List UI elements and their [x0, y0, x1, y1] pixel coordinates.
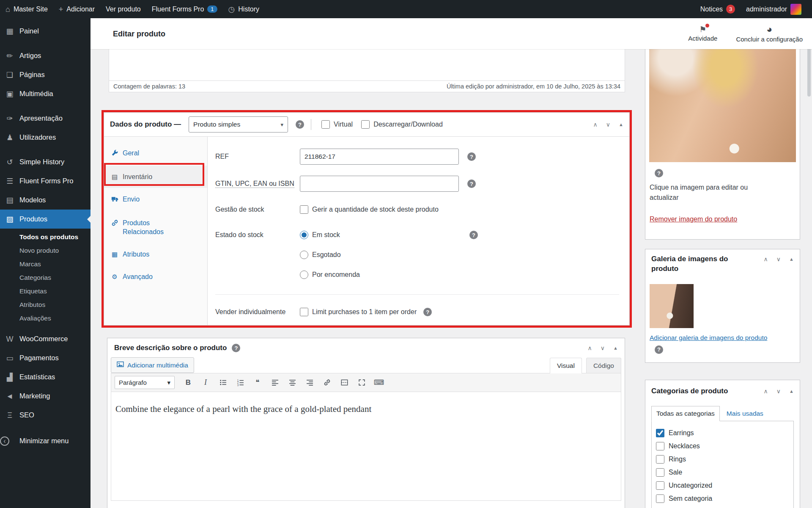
submenu-novo-produto[interactable]: Novo produto	[0, 244, 91, 257]
category-sale-checkbox[interactable]	[656, 468, 664, 477]
link-icon-button[interactable]	[319, 376, 335, 389]
stock-out-radio[interactable]	[300, 251, 308, 259]
submenu-categorias[interactable]: Categorias	[0, 271, 91, 284]
sidebar-item-apresentacao[interactable]: ✑ Apresentação	[0, 109, 91, 128]
tab-all-categories[interactable]: Todas as categorias	[651, 406, 720, 421]
stock-out-option[interactable]: Esgotado	[300, 251, 360, 259]
submenu-marcas[interactable]: Marcas	[0, 257, 91, 271]
sidebar-item-marketing[interactable]: ◄ Marketing	[0, 387, 91, 406]
category-uncategorized[interactable]: Uncategorized	[656, 479, 789, 492]
numbered-list-icon-button[interactable]: 123	[232, 376, 248, 389]
fullscreen-icon-button[interactable]	[354, 376, 370, 389]
move-down-icon[interactable]: ∨	[601, 345, 605, 351]
remove-image-link[interactable]: Remover imagem do produto	[650, 215, 737, 223]
stock-management-checkbox[interactable]	[300, 205, 308, 214]
move-down-icon[interactable]: ∨	[606, 121, 610, 127]
gallery-help-icon[interactable]: ?	[655, 345, 663, 354]
sidebar-item-pagamentos[interactable]: ▭ Pagamentos	[0, 348, 91, 367]
product-image[interactable]	[649, 49, 796, 162]
add-media-button[interactable]: Adicionar multimédia	[111, 357, 194, 373]
tab-codigo[interactable]: Código	[586, 358, 621, 373]
description-editor-content[interactable]	[109, 49, 625, 80]
category-sale[interactable]: Sale	[656, 466, 789, 479]
bold-icon-button[interactable]: B	[180, 376, 196, 389]
toggle-panel-icon[interactable]: ▲	[789, 257, 794, 262]
align-left-icon-button[interactable]	[267, 376, 283, 389]
submenu-etiquetas[interactable]: Etiquetas	[0, 284, 91, 298]
category-necklaces[interactable]: Necklaces	[656, 439, 789, 453]
sidebar-item-estatisticas[interactable]: ▟ Estatísticas	[0, 367, 91, 387]
toggle-panel-icon[interactable]: ▲	[619, 122, 623, 127]
paragraph-style-select[interactable]: Parágrafo ▾	[115, 376, 175, 389]
stock-management-checkbox-label[interactable]: Gerir a quantidade de stock deste produt…	[300, 205, 439, 214]
admin-bar-notices[interactable]: Notices 3	[695, 0, 741, 18]
finish-setup-button[interactable]: ◕ Concluir a configuração	[736, 25, 803, 43]
sell-individually-checkbox[interactable]	[300, 308, 308, 316]
tab-geral[interactable]: Geral	[104, 142, 207, 166]
toggle-panel-icon[interactable]: ▲	[789, 389, 794, 394]
align-center-icon-button[interactable]	[284, 376, 300, 389]
sidebar-item-woocommerce[interactable]: W WooCommerce	[0, 329, 91, 348]
tab-most-used[interactable]: Mais usadas	[727, 406, 763, 421]
ref-help-icon[interactable]: ?	[467, 152, 476, 161]
admin-bar-view-product[interactable]: Ver produto	[100, 0, 146, 18]
move-down-icon[interactable]: ∨	[776, 256, 781, 262]
short-description-editor[interactable]: Combine the elegance of a pearl with the…	[111, 392, 621, 500]
downloadable-checkbox-label[interactable]: Descarregar/Download	[361, 120, 443, 129]
gtin-input[interactable]	[300, 176, 459, 192]
sidebar-item-seo[interactable]: Ξ SEO	[0, 406, 91, 425]
ref-input[interactable]	[300, 149, 459, 165]
collapse-menu-button[interactable]: ‹ Minimizar menu	[0, 431, 91, 450]
sell-individually-help-icon[interactable]: ?	[423, 308, 432, 316]
category-earrings-checkbox[interactable]	[656, 429, 664, 437]
admin-bar-fluent-forms[interactable]: Fluent Forms Pro 1	[146, 0, 223, 18]
move-up-icon[interactable]: ∧	[593, 121, 598, 127]
submenu-avaliacoes[interactable]: Avaliações	[0, 312, 91, 325]
stock-in-radio[interactable]	[300, 231, 308, 239]
move-up-icon[interactable]: ∧	[764, 256, 768, 262]
category-uncategorized-checkbox[interactable]	[656, 481, 664, 490]
tab-visual[interactable]: Visual	[550, 358, 582, 373]
tab-avancado[interactable]: ⚙ Avançado	[104, 265, 207, 288]
product-type-help-icon[interactable]: ?	[296, 120, 304, 129]
category-rings-checkbox[interactable]	[656, 455, 664, 464]
admin-bar-new-button[interactable]: + Adicionar	[53, 0, 100, 18]
submenu-todos-os-produtos[interactable]: Todos os produtos	[0, 230, 91, 244]
sidebar-item-modelos[interactable]: ▤ Modelos	[0, 190, 91, 210]
category-earrings[interactable]: Earrings	[656, 426, 789, 439]
move-down-icon[interactable]: ∨	[776, 388, 781, 394]
italic-icon-button[interactable]: I	[198, 376, 214, 389]
admin-bar-user-menu[interactable]: administrador	[741, 0, 807, 18]
tab-inventario[interactable]: ▤ Inventário	[104, 166, 207, 188]
admin-bar-history[interactable]: ◷ History	[223, 0, 265, 18]
sidebar-item-utilizadores[interactable]: ♟ Utilizadores	[0, 128, 91, 147]
sidebar-item-simple-history[interactable]: ↺ Simple History	[0, 152, 91, 171]
bulleted-list-icon-button[interactable]	[215, 376, 231, 389]
move-up-icon[interactable]: ∧	[588, 345, 592, 351]
stock-backorder-radio[interactable]	[300, 271, 308, 279]
sidebar-item-artigos[interactable]: ✏ Artigos	[0, 46, 91, 65]
short-description-help-icon[interactable]: ?	[232, 344, 240, 352]
category-sem-categoria-checkbox[interactable]	[656, 494, 664, 503]
sell-individually-checkbox-label[interactable]: Limit purchases to 1 item per order	[300, 308, 417, 316]
align-right-icon-button[interactable]	[302, 376, 318, 389]
category-rings[interactable]: Rings	[656, 453, 789, 466]
stock-status-help-icon[interactable]: ?	[469, 231, 478, 239]
more-tag-icon-button[interactable]	[336, 376, 352, 389]
blockquote-icon-button[interactable]: ❝	[250, 376, 266, 389]
admin-bar-site-menu[interactable]: ⌂ Master Site	[0, 0, 53, 18]
move-up-icon[interactable]: ∧	[764, 388, 768, 394]
virtual-checkbox-label[interactable]: Virtual	[321, 120, 353, 129]
virtual-checkbox[interactable]	[321, 120, 330, 129]
gtin-help-icon[interactable]: ?	[467, 179, 476, 188]
stock-backorder-option[interactable]: Por encomenda	[300, 271, 360, 279]
sidebar-item-produtos[interactable]: ▨ Produtos	[0, 210, 91, 229]
sidebar-item-multimedia[interactable]: ▣ Multimédia	[0, 84, 91, 103]
tab-atributos[interactable]: ▦ Atributos	[104, 243, 207, 265]
keyboard-icon-button[interactable]: ⌨	[371, 376, 387, 389]
category-sem-categoria[interactable]: Sem categoria	[656, 492, 789, 505]
tab-produtos-relacionados[interactable]: Produtos Relacionados	[104, 212, 207, 243]
sidebar-item-painel[interactable]: ▦ Painel	[0, 22, 91, 41]
product-type-select[interactable]: Produto simples ▾	[189, 116, 288, 133]
featured-image-help-icon[interactable]: ?	[655, 169, 663, 177]
